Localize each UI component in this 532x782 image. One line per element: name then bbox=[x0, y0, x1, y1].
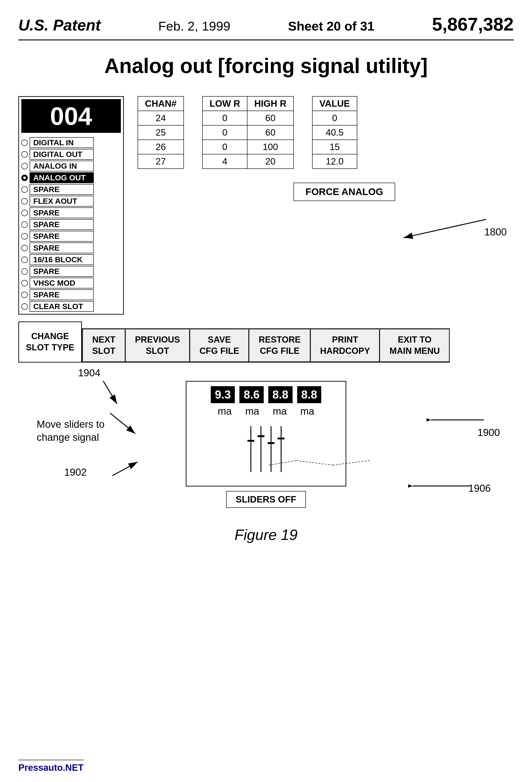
list-item[interactable]: SPARE bbox=[21, 289, 121, 300]
chan-27: 27 bbox=[138, 154, 184, 169]
slider-track-3[interactable] bbox=[271, 426, 271, 481]
page: U.S. Patent Feb. 2, 1999 Sheet 20 of 31 … bbox=[0, 0, 532, 782]
slider-track-1[interactable] bbox=[251, 426, 251, 481]
radio-clear-slot[interactable] bbox=[21, 304, 28, 310]
list-item[interactable]: SPARE bbox=[21, 184, 121, 195]
radio-flex-aout[interactable] bbox=[21, 198, 28, 205]
print-hardcopy-button[interactable]: PRINT HARDCOPY bbox=[310, 329, 380, 362]
slider-handle-1[interactable] bbox=[248, 440, 254, 442]
slider-handle-3[interactable] bbox=[268, 442, 274, 444]
slider-line-2 bbox=[261, 426, 261, 472]
figure-caption: Figure 19 bbox=[18, 526, 514, 543]
list-item[interactable]: 16/16 BLOCK bbox=[21, 254, 121, 265]
exit-main-menu-button[interactable]: EXIT TO MAIN MENU bbox=[380, 329, 449, 362]
low-r-header: LOW R bbox=[202, 96, 247, 111]
slot-label-spare-1: SPARE bbox=[30, 184, 94, 195]
slider-line-1 bbox=[251, 426, 251, 472]
chan-25: 25 bbox=[138, 125, 184, 140]
main-content: 004 DIGITAL IN DIGITAL OUT ANALOG IN ANA… bbox=[18, 96, 514, 315]
list-item[interactable]: DIGITAL OUT bbox=[21, 149, 121, 160]
slider-track-4[interactable] bbox=[281, 426, 281, 481]
annotation-1800: 1800 bbox=[484, 226, 507, 238]
list-item[interactable]: SPARE bbox=[21, 266, 121, 277]
sliders-off-button[interactable]: SLIDERS OFF bbox=[226, 491, 306, 508]
value-3: 15 bbox=[312, 140, 357, 154]
toolbar-area: CHANGE SLOT TYPE NEXT SLOT PREVIOUS SLOT… bbox=[18, 321, 514, 362]
radio-spare-7[interactable] bbox=[21, 292, 28, 298]
slider-track-2[interactable] bbox=[261, 426, 261, 481]
header: U.S. Patent Feb. 2, 1999 Sheet 20 of 31 … bbox=[18, 14, 514, 40]
slot-label-analog-out: ANALOG OUT bbox=[30, 172, 94, 183]
tables-combined: CHAN# 24 25 26 27 LOW R HIGH R bbox=[138, 96, 514, 169]
radio-spare-6[interactable] bbox=[21, 268, 28, 275]
high-r-1: 60 bbox=[247, 111, 294, 125]
slot-list: DIGITAL IN DIGITAL OUT ANALOG IN ANALOG … bbox=[19, 135, 123, 314]
range-table: LOW R HIGH R 0 60 0 60 bbox=[202, 96, 294, 169]
change-slot-type-button[interactable]: CHANGE SLOT TYPE bbox=[18, 321, 82, 362]
radio-spare-1[interactable] bbox=[21, 186, 28, 193]
slider-val-1: 9.3 bbox=[211, 386, 235, 403]
slider-diagram-wrapper: 1904 Move sliders to change signal bbox=[18, 381, 514, 508]
slot-label-spare-5: SPARE bbox=[30, 243, 94, 253]
low-r-1: 0 bbox=[202, 111, 247, 125]
radio-spare-5[interactable] bbox=[21, 245, 28, 251]
slot-label-analog-in: ANALOG IN bbox=[30, 161, 94, 171]
slot-label-digital-out: DIGITAL OUT bbox=[30, 149, 94, 160]
radio-spare-3[interactable] bbox=[21, 221, 28, 228]
svg-line-14 bbox=[112, 462, 138, 476]
radio-digital-out[interactable] bbox=[21, 151, 28, 157]
annotation-1906: 1906 bbox=[468, 483, 491, 494]
arrow-svg-1904 bbox=[85, 379, 131, 408]
slider-handle-4[interactable] bbox=[278, 437, 284, 439]
high-r-header: HIGH R bbox=[247, 96, 294, 111]
radio-1616-block[interactable] bbox=[21, 256, 28, 263]
next-slot-button[interactable]: NEXT SLOT bbox=[82, 329, 125, 362]
list-item[interactable]: ANALOG IN bbox=[21, 161, 121, 171]
value-4: 12.0 bbox=[312, 154, 357, 169]
radio-analog-in[interactable] bbox=[21, 163, 28, 169]
svg-line-6 bbox=[269, 461, 296, 465]
list-item[interactable]: SPARE bbox=[21, 219, 121, 230]
previous-slot-button[interactable]: PREVIOUS SLOT bbox=[125, 329, 190, 362]
slider-unit-4: ma bbox=[296, 405, 319, 417]
slider-unit-1: ma bbox=[213, 405, 236, 417]
right-side: CHAN# 24 25 26 27 LOW R HIGH R bbox=[138, 96, 514, 315]
list-item[interactable]: SPARE bbox=[21, 207, 121, 218]
list-item[interactable]: FLEX AOUT bbox=[21, 196, 121, 207]
slider-unit-2: ma bbox=[241, 405, 264, 417]
slider-container: 9.3 8.6 8.8 8.8 ma ma ma ma bbox=[186, 381, 346, 487]
radio-analog-out[interactable] bbox=[21, 175, 28, 181]
slot-label-1616-block: 16/16 BLOCK bbox=[30, 254, 94, 265]
toolbar: NEXT SLOT PREVIOUS SLOT SAVE CFG FILE RE… bbox=[82, 328, 450, 362]
save-cfg-button[interactable]: SAVE CFG FILE bbox=[190, 329, 249, 362]
slider-values-row: 9.3 8.6 8.8 8.8 bbox=[211, 386, 321, 403]
value-table: VALUE 0 40.5 15 12.0 bbox=[312, 96, 357, 169]
slot-label-spare-7: SPARE bbox=[30, 289, 94, 300]
slider-handle-2[interactable] bbox=[258, 435, 264, 437]
list-item[interactable]: ANALOG OUT bbox=[21, 172, 121, 183]
list-item[interactable]: VHSC MOD bbox=[21, 278, 121, 288]
arrow-svg-1800 bbox=[376, 192, 514, 256]
list-item[interactable]: DIGITAL IN bbox=[21, 137, 121, 148]
low-r-3: 0 bbox=[202, 140, 247, 154]
slot-label-vhsc-mod: VHSC MOD bbox=[30, 278, 94, 288]
list-item[interactable]: SPARE bbox=[21, 231, 121, 242]
chan-26: 26 bbox=[138, 140, 184, 154]
slider-units-row: ma ma ma ma bbox=[213, 405, 319, 417]
radio-spare-4[interactable] bbox=[21, 233, 28, 240]
restore-cfg-button[interactable]: RESTORE CFG FILE bbox=[249, 329, 310, 362]
slider-unit-3: ma bbox=[268, 405, 291, 417]
value-2: 40.5 bbox=[312, 125, 357, 140]
radio-vhsc-mod[interactable] bbox=[21, 280, 28, 286]
slider-lines-svg bbox=[251, 424, 402, 479]
header-sheet: Sheet 20 of 31 bbox=[288, 19, 375, 34]
annotation-1902: 1902 bbox=[64, 466, 87, 478]
radio-digital-in[interactable] bbox=[21, 140, 28, 146]
svg-line-8 bbox=[333, 461, 370, 465]
list-item[interactable]: CLEAR SLOT bbox=[21, 301, 121, 312]
header-date: Feb. 2, 1999 bbox=[158, 19, 230, 34]
device-number: 004 bbox=[21, 99, 121, 133]
list-item[interactable]: SPARE bbox=[21, 243, 121, 253]
radio-spare-2[interactable] bbox=[21, 210, 28, 216]
page-title: Analog out [forcing signal utility] bbox=[18, 54, 514, 78]
